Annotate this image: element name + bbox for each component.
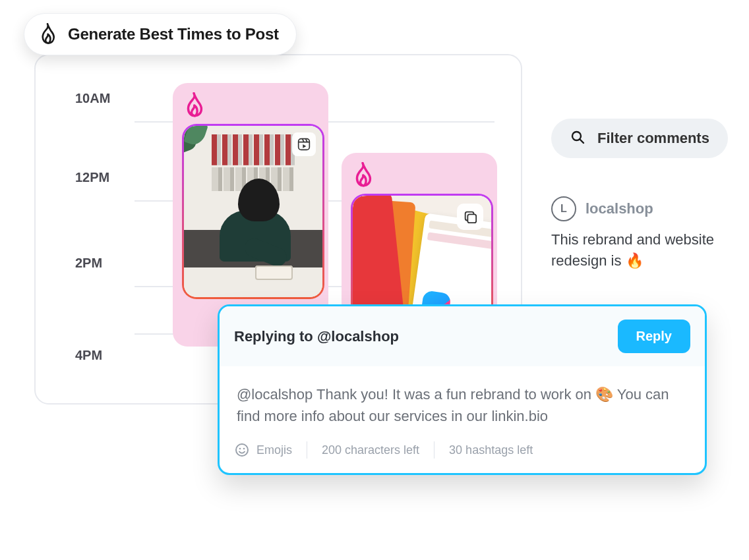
- svg-line-4: [580, 140, 584, 144]
- svg-rect-0: [299, 139, 310, 150]
- flame-icon: [182, 92, 319, 119]
- replying-to-label: Replying to @localshop: [234, 328, 399, 345]
- reply-button[interactable]: Reply: [618, 320, 690, 353]
- emoji-picker-label: Emojis: [256, 443, 292, 457]
- svg-point-5: [236, 444, 248, 456]
- svg-point-6: [239, 448, 241, 450]
- generate-best-times-label: Generate Best Times to Post: [68, 25, 279, 43]
- emoji-picker-button[interactable]: Emojis: [234, 442, 292, 458]
- svg-point-7: [243, 448, 245, 450]
- time-label-12pm: 12PM: [75, 170, 109, 185]
- reply-composer: Replying to @localshop Reply @localshop …: [218, 304, 707, 475]
- post-thumbnail-reel[interactable]: [182, 124, 324, 299]
- filter-comments-label: Filter comments: [597, 130, 709, 147]
- reply-textarea[interactable]: @localshop Thank you! It was a fun rebra…: [220, 366, 705, 432]
- hashtags-left: 30 hashtags left: [449, 443, 533, 457]
- characters-left: 200 characters left: [322, 443, 419, 457]
- carousel-icon: [457, 204, 483, 230]
- time-label-2pm: 2PM: [75, 256, 102, 271]
- generate-best-times-button[interactable]: Generate Best Times to Post: [24, 13, 297, 55]
- avatar[interactable]: L: [551, 196, 576, 221]
- filter-comments-button[interactable]: Filter comments: [551, 119, 728, 158]
- search-icon: [570, 129, 585, 148]
- time-label-4pm: 4PM: [75, 348, 102, 363]
- divider: [434, 441, 434, 459]
- comment-username[interactable]: localshop: [585, 200, 653, 217]
- reel-icon: [292, 132, 316, 156]
- svg-rect-2: [467, 214, 476, 223]
- comment-text: This rebrand and website redesign is 🔥: [551, 229, 724, 271]
- comment: L localshop This rebrand and website red…: [551, 196, 724, 271]
- flame-icon: [351, 162, 488, 188]
- flame-icon: [38, 23, 57, 45]
- time-label-10am: 10AM: [75, 91, 110, 106]
- divider: [307, 441, 307, 459]
